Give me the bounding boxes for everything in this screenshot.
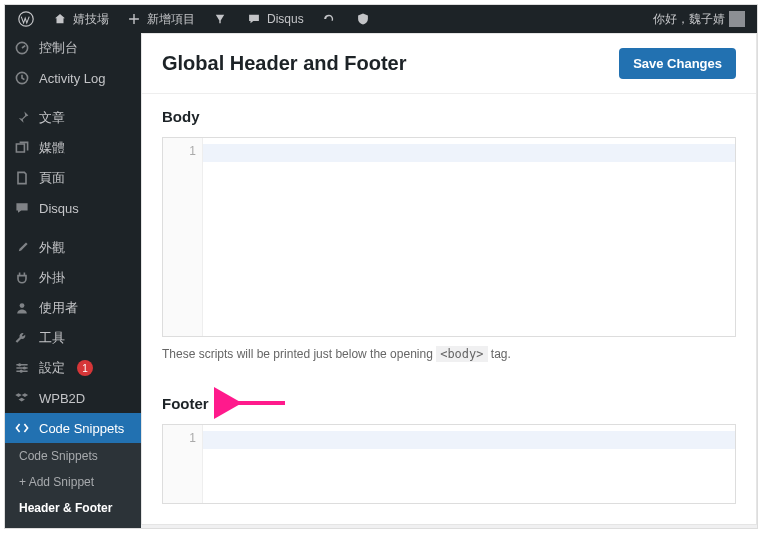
admin-sidebar: 控制台 Activity Log 文章 媒體 頁面 Disqus 外觀 外掛 使… [5,33,141,528]
svg-point-3 [20,303,25,308]
line-gutter: 1 [163,138,203,336]
page-title: Global Header and Footer [162,52,406,75]
active-line [203,431,735,449]
page-icon [13,169,31,187]
submenu-item-header-footer[interactable]: Header & Footer [5,495,141,521]
menu-label: 使用者 [39,299,78,317]
menu-activity-log[interactable]: Activity Log [5,63,141,93]
footer-code-editor[interactable]: 1 [162,424,736,504]
home-icon [51,10,69,28]
pin-icon [13,109,31,127]
menu-label: 設定 [39,359,65,377]
menu-label: WPB2D [39,391,85,406]
shield-link[interactable] [348,5,378,33]
footer-section: Footer 1 [142,381,756,524]
user-icon [13,299,31,317]
wrench-icon [13,329,31,347]
disqus-label: Disqus [267,12,304,26]
menu-plugins[interactable]: 外掛 [5,263,141,293]
submenu-item-add-snippet[interactable]: + Add Snippet [5,469,141,495]
menu-users[interactable]: 使用者 [5,293,141,323]
sync-icon [320,10,338,28]
dropbox-icon [13,389,31,407]
body-section: Body 1 These scripts will be printed jus… [142,94,756,381]
menu-label: Disqus [39,201,79,216]
submenu-code-snippets: Code Snippets + Add Snippet Header & Foo… [5,443,141,528]
menu-tools[interactable]: 工具 [5,323,141,353]
active-line [203,144,735,162]
plug-icon [13,269,31,287]
dashboard-icon [13,39,31,57]
avatar [729,11,745,27]
menu-appearance[interactable]: 外觀 [5,233,141,263]
menu-label: 外掛 [39,269,65,287]
menu-label: 工具 [39,329,65,347]
body-section-title: Body [162,108,736,125]
menu-label: 頁面 [39,169,65,187]
menu-label: 控制台 [39,39,78,57]
code-icon [13,419,31,437]
yoast-icon [211,10,229,28]
svg-point-6 [20,370,23,373]
svg-point-4 [18,363,21,366]
menu-disqus[interactable]: Disqus [5,193,141,223]
brush-icon [13,239,31,257]
body-code-editor[interactable]: 1 [162,137,736,337]
shield-icon [354,10,372,28]
menu-pages[interactable]: 頁面 [5,163,141,193]
site-name-label: 婧技場 [73,11,109,28]
menu-label: Activity Log [39,71,105,86]
media-icon [13,139,31,157]
greeting-label: 你好，魏子婧 [653,11,725,28]
menu-label: Code Snippets [39,421,124,436]
wordpress-icon [17,10,35,28]
page-header: Global Header and Footer Save Changes [142,34,756,94]
yoast-link[interactable] [205,5,235,33]
menu-posts[interactable]: 文章 [5,103,141,133]
wp-logo[interactable] [11,5,41,33]
menu-label: 媒體 [39,139,65,157]
content-area: Global Header and Footer Save Changes Bo… [141,33,757,528]
footer-section-title: Footer [162,395,736,412]
save-button[interactable]: Save Changes [619,48,736,79]
submenu-item-code-snippets[interactable]: Code Snippets [5,443,141,469]
menu-wpb2d[interactable]: WPB2D [5,383,141,413]
menu-settings[interactable]: 設定1 [5,353,141,383]
menu-dashboard[interactable]: 控制台 [5,33,141,63]
code-body[interactable] [203,425,735,503]
comment-icon [245,10,263,28]
svg-point-5 [23,366,26,369]
menu-label: 文章 [39,109,65,127]
code-body[interactable] [203,138,735,336]
submenu-item-library[interactable]: Library [5,521,141,528]
admin-toolbar: 婧技場 新增項目 Disqus 你好，魏子婧 [5,5,757,33]
new-item-label: 新增項目 [147,11,195,28]
new-item-link[interactable]: 新增項目 [119,5,201,33]
menu-code-snippets[interactable]: Code Snippets [5,413,141,443]
site-name-link[interactable]: 婧技場 [45,5,115,33]
line-gutter: 1 [163,425,203,503]
body-hint-code: <body> [436,346,487,362]
line-number: 1 [189,431,196,445]
menu-label: 外觀 [39,239,65,257]
clock-icon [13,69,31,87]
sliders-icon [13,359,31,377]
comment-icon [13,199,31,217]
sync-link[interactable] [314,5,344,33]
menu-media[interactable]: 媒體 [5,133,141,163]
line-number: 1 [189,144,196,158]
settings-badge: 1 [77,360,93,376]
plus-icon [125,10,143,28]
disqus-link[interactable]: Disqus [239,5,310,33]
account-link[interactable]: 你好，魏子婧 [647,5,751,33]
body-hint: These scripts will be printed just below… [162,347,736,361]
